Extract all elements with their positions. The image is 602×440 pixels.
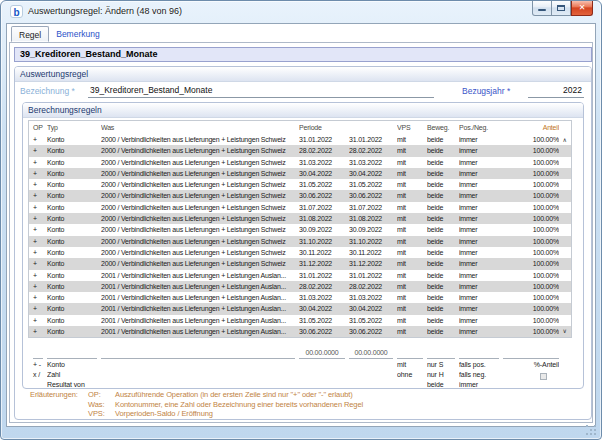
table-row[interactable]: +Konto2000 / Verbindlichkeiten aus Liefe… bbox=[29, 179, 571, 190]
edit-vps-field[interactable] bbox=[397, 347, 423, 359]
column-header[interactable]: Was bbox=[101, 121, 299, 134]
column-header[interactable]: Pos./Neg. bbox=[459, 121, 503, 134]
new-rule-edit-row: 00.00.0000 00.00.0000 bbox=[28, 347, 572, 359]
table-row[interactable]: +Konto2000 / Verbindlichkeiten aus Liefe… bbox=[29, 134, 571, 145]
legend-cell bbox=[299, 360, 349, 370]
tab-bemerkung[interactable]: Bemerkung bbox=[49, 26, 106, 42]
minimize-icon bbox=[538, 9, 546, 11]
bezeichnung-input[interactable]: 39_Kreditoren_Bestand_Monate bbox=[88, 84, 434, 98]
cell-anteil: 100.00% bbox=[503, 157, 559, 168]
bezugsjahr-input[interactable]: 2022 bbox=[528, 84, 584, 98]
cell-pos_neg: immer bbox=[459, 168, 503, 179]
table-row[interactable]: +Konto2000 / Verbindlichkeiten aus Liefe… bbox=[29, 145, 571, 156]
tab-bar: Regel Bemerkung bbox=[11, 26, 107, 42]
cell-typ: Konto bbox=[47, 326, 101, 337]
cell-typ: Konto bbox=[47, 292, 101, 303]
table-row[interactable]: +Konto2001 / Verbindlichkeiten aus Liefe… bbox=[29, 281, 571, 292]
column-header[interactable]: Beweg. bbox=[427, 121, 459, 134]
column-header[interactable]: Anteil bbox=[503, 121, 559, 134]
cell-vps: mit bbox=[397, 190, 427, 201]
table-row[interactable]: +Konto2000 / Verbindlichkeiten aus Liefe… bbox=[29, 190, 571, 201]
cell-anteil: 100.00% bbox=[503, 315, 559, 326]
edit-beweg-field[interactable] bbox=[427, 347, 455, 359]
edit-posneg-field[interactable] bbox=[459, 347, 499, 359]
table-row[interactable]: +Konto2000 / Verbindlichkeiten aus Liefe… bbox=[29, 258, 571, 269]
cell-von: 28.02.2022 bbox=[299, 145, 349, 156]
column-header[interactable]: VPS bbox=[397, 121, 427, 134]
cell-op: + bbox=[31, 236, 47, 247]
cell-op: + bbox=[31, 281, 47, 292]
cell-anteil: 100.00% bbox=[503, 281, 559, 292]
cell-vps: mit bbox=[397, 179, 427, 190]
table-row[interactable]: +Konto2001 / Verbindlichkeiten aus Liefe… bbox=[29, 292, 571, 303]
table-row[interactable]: +Konto2000 / Verbindlichkeiten aus Liefe… bbox=[29, 213, 571, 224]
cell-anteil: 100.00% bbox=[503, 179, 559, 190]
edit-period-from-field[interactable]: 00.00.0000 bbox=[299, 347, 345, 359]
cell-von: 30.04.2022 bbox=[299, 303, 349, 314]
edit-cell: 00.00.0000 bbox=[349, 347, 397, 359]
resize-grip[interactable] bbox=[586, 425, 597, 436]
scroll-down-icon[interactable]: ∨ bbox=[560, 327, 569, 335]
table-row[interactable]: +Konto2001 / Verbindlichkeiten aus Liefe… bbox=[29, 326, 571, 337]
table-row[interactable]: +Konto2001 / Verbindlichkeiten aus Liefe… bbox=[29, 315, 571, 326]
cell-pos_neg: immer bbox=[459, 134, 503, 145]
cell-pos_neg: immer bbox=[459, 190, 503, 201]
cell-typ: Konto bbox=[47, 202, 101, 213]
table-row[interactable]: +Konto2001 / Verbindlichkeiten aus Liefe… bbox=[29, 303, 571, 314]
scroll-up-icon[interactable]: ∧ bbox=[560, 136, 569, 144]
edit-cell bbox=[101, 347, 299, 359]
cell-was: 2000 / Verbindlichkeiten aus Lieferungen… bbox=[101, 213, 299, 224]
tab-regel[interactable]: Regel bbox=[11, 26, 49, 42]
minimize-button[interactable] bbox=[532, 1, 552, 16]
table-row[interactable]: +Konto2000 / Verbindlichkeiten aus Liefe… bbox=[29, 224, 571, 235]
legend-cell: Konto bbox=[47, 360, 101, 370]
cell-was: 2001 / Verbindlichkeiten aus Lieferungen… bbox=[101, 281, 299, 292]
cell-vps: mit bbox=[397, 326, 427, 337]
edit-cell: 00.00.0000 bbox=[299, 347, 349, 359]
table-row[interactable]: +Konto2000 / Verbindlichkeiten aus Liefe… bbox=[29, 247, 571, 258]
titlebar[interactable]: b Auswertungsregel: Ändern (48 von 96) ✕ bbox=[1, 1, 601, 23]
cell-pos_neg: immer bbox=[459, 157, 503, 168]
column-header[interactable]: OP bbox=[31, 121, 47, 134]
cell-bis: 30.06.2022 bbox=[349, 190, 397, 201]
cell-anteil: 100.00% bbox=[503, 236, 559, 247]
table-row[interactable]: +Konto2000 / Verbindlichkeiten aus Liefe… bbox=[29, 168, 571, 179]
cell-was: 2000 / Verbindlichkeiten aus Lieferungen… bbox=[101, 247, 299, 258]
table-body: +Konto2000 / Verbindlichkeiten aus Liefe… bbox=[29, 134, 571, 337]
edit-op-field[interactable] bbox=[33, 347, 43, 359]
table-row[interactable]: +Konto2000 / Verbindlichkeiten aus Liefe… bbox=[29, 157, 571, 168]
maximize-button[interactable] bbox=[552, 1, 571, 16]
legend-cell bbox=[31, 380, 47, 390]
cell-op: + bbox=[31, 168, 47, 179]
table-row[interactable]: +Konto2000 / Verbindlichkeiten aus Liefe… bbox=[29, 202, 571, 213]
column-header[interactable]: Typ bbox=[47, 121, 101, 134]
legend-cell: ohne bbox=[397, 370, 427, 380]
erlaeuterung-text: Vorperioden-Saldo / Eröffnung bbox=[115, 409, 213, 419]
cell-was: 2000 / Verbindlichkeiten aus Lieferungen… bbox=[101, 179, 299, 190]
cell-beweg: beide bbox=[427, 168, 459, 179]
cell-von: 31.01.2022 bbox=[299, 134, 349, 145]
cell-vps: mit bbox=[397, 157, 427, 168]
edit-anteil-field[interactable] bbox=[503, 347, 559, 359]
table-row[interactable]: +Konto2001 / Verbindlichkeiten aus Liefe… bbox=[29, 270, 571, 281]
column-header[interactable] bbox=[349, 121, 397, 134]
rules-table: OPTypWasPeriodeVPSBeweg.Pos./Neg.Anteil … bbox=[28, 120, 572, 338]
cell-pos_neg: immer bbox=[459, 281, 503, 292]
edit-cell bbox=[427, 347, 459, 359]
table-row[interactable]: +Konto2000 / Verbindlichkeiten aus Liefe… bbox=[29, 236, 571, 247]
cell-beweg: beide bbox=[427, 157, 459, 168]
edit-period-to-field[interactable]: 00.00.0000 bbox=[349, 347, 393, 359]
cell-op: + bbox=[31, 202, 47, 213]
edit-typ-field[interactable] bbox=[47, 347, 97, 359]
cell-beweg: beide bbox=[427, 145, 459, 156]
cell-von: 31.03.2022 bbox=[299, 157, 349, 168]
cell-vps: mit bbox=[397, 292, 427, 303]
edit-was-field[interactable] bbox=[101, 347, 295, 359]
cell-von: 30.04.2022 bbox=[299, 168, 349, 179]
close-button[interactable]: ✕ bbox=[571, 1, 593, 16]
cell-beweg: beide bbox=[427, 134, 459, 145]
legend-cell bbox=[397, 380, 427, 390]
cell-op: + bbox=[31, 190, 47, 201]
column-header[interactable]: Periode bbox=[299, 121, 349, 134]
cell-pos_neg: immer bbox=[459, 258, 503, 269]
